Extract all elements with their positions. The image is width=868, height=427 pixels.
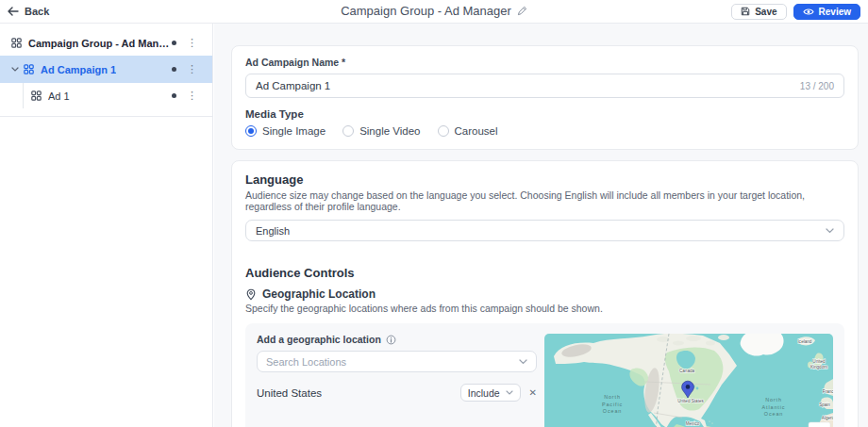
save-icon — [741, 7, 750, 16]
svg-text:Ocean: Ocean — [764, 411, 783, 417]
status-dot — [172, 93, 176, 98]
tree-item-ad[interactable]: Ad 1 ⋮ — [0, 83, 212, 108]
back-button[interactable]: Back — [8, 6, 49, 17]
svg-text:Kingdom: Kingdom — [810, 365, 827, 370]
tree-item-ad-campaign[interactable]: Ad Campaign 1 ⋮ — [0, 56, 212, 83]
kebab-menu-icon[interactable]: ⋮ — [185, 90, 199, 101]
geographic-location-description: Specify the geographic locations where a… — [245, 303, 844, 314]
radio-single-image[interactable]: Single Image — [245, 125, 326, 137]
language-heading: Language — [245, 172, 844, 187]
map-label-spain: Spain — [819, 402, 830, 407]
map-canvas: North Pacific Ocean North Atlantic Ocean… — [544, 334, 833, 427]
geographic-location-heading: Geographic Location — [262, 287, 376, 301]
map-label-algeria: Algeria — [822, 416, 833, 420]
grid-icon — [31, 90, 42, 101]
sidebar-divider — [0, 116, 212, 117]
tree-item-label: Ad 1 — [48, 90, 70, 102]
language-description: Audience size may change based on the la… — [245, 189, 844, 212]
radio-icon[interactable] — [245, 125, 257, 137]
map-pin-icon — [245, 288, 257, 301]
chevron-down-icon — [826, 228, 834, 234]
add-location-label: Add a geographic location — [257, 334, 381, 345]
media-type-radio-group: Single Image Single Video Carousel — [245, 125, 844, 137]
main-content: Ad Campaign Name * 13 / 200 Media Type S… — [214, 24, 868, 427]
map-zoom-control: + − — [809, 422, 830, 427]
campaign-name-card: Ad Campaign Name * 13 / 200 Media Type S… — [231, 45, 859, 150]
location-search-input[interactable] — [266, 356, 519, 368]
status-dot — [172, 67, 176, 72]
language-selected-value: English — [256, 225, 290, 237]
campaign-name-input[interactable] — [256, 80, 793, 91]
chevron-down-icon — [519, 359, 527, 365]
map-label-canada: Canada — [679, 369, 695, 373]
map-label-united-kingdom: United — [812, 359, 826, 364]
language-select[interactable]: English — [245, 220, 844, 241]
location-name: United States — [257, 387, 322, 399]
char-counter: 13 / 200 — [800, 81, 834, 91]
kebab-menu-icon[interactable]: ⋮ — [185, 64, 199, 74]
radio-carousel[interactable]: Carousel — [438, 125, 498, 137]
save-button[interactable]: Save — [731, 4, 786, 20]
radio-label: Single Image — [262, 125, 326, 137]
map-label-mexico: Mexico — [686, 421, 700, 426]
edit-title-icon[interactable] — [517, 6, 527, 16]
tree-item-campaign-group[interactable]: Campaign Group - Ad Manager ⋮ — [0, 30, 212, 56]
location-row-united-states: United States Include ✕ — [257, 384, 537, 402]
campaign-name-label: Ad Campaign Name * — [245, 57, 844, 68]
tree-item-label: Campaign Group - Ad Manager — [28, 38, 172, 49]
radio-icon[interactable] — [342, 125, 354, 137]
page-title: Campaign Group - Ad Manager — [341, 4, 511, 18]
geographic-location-panel: Add a geographic location United States — [245, 323, 844, 427]
audience-controls-heading: Audience Controls — [245, 266, 844, 280]
tree-item-label: Ad Campaign 1 — [41, 64, 116, 75]
svg-text:Pacific: Pacific — [602, 402, 623, 407]
review-button[interactable]: Review — [793, 4, 860, 20]
include-value: Include — [468, 387, 500, 399]
map-label-united-states: United States — [677, 399, 704, 403]
location-search-field[interactable] — [257, 351, 537, 372]
svg-text:Ocean: Ocean — [603, 408, 622, 414]
google-map[interactable]: North Pacific Ocean North Atlantic Ocean… — [544, 334, 833, 427]
radio-label: Single Video — [359, 125, 420, 137]
radio-icon[interactable] — [438, 125, 449, 137]
media-type-label: Media Type — [245, 108, 844, 120]
map-label-north-atlantic: North — [765, 397, 782, 402]
radio-single-video[interactable]: Single Video — [342, 125, 420, 137]
top-bar: Back Campaign Group - Ad Manager Save Re… — [0, 0, 868, 24]
map-label-iceland: Iceland — [798, 339, 812, 344]
include-exclude-select[interactable]: Include — [460, 384, 521, 402]
campaign-name-field[interactable]: 13 / 200 — [245, 74, 844, 98]
kebab-menu-icon[interactable]: ⋮ — [185, 38, 199, 48]
grid-icon — [11, 38, 22, 48]
grid-icon — [24, 64, 34, 74]
targeting-card: Language Audience size may change based … — [231, 160, 859, 427]
save-label: Save — [755, 7, 776, 17]
svg-text:Atlantic: Atlantic — [762, 404, 786, 410]
chevron-down-icon[interactable] — [11, 67, 19, 72]
campaign-tree-sidebar: Campaign Group - Ad Manager ⋮ Ad Campaig… — [0, 24, 213, 427]
remove-location-icon[interactable]: ✕ — [529, 387, 537, 398]
review-label: Review — [819, 7, 851, 17]
back-label: Back — [25, 6, 49, 17]
info-icon[interactable] — [386, 335, 396, 345]
status-dot — [172, 41, 176, 45]
arrow-left-icon — [8, 7, 19, 16]
chevron-down-icon — [506, 390, 513, 395]
map-label-north-pacific: North — [604, 394, 621, 400]
map-label-france: France — [823, 389, 833, 394]
radio-label: Carousel — [455, 125, 498, 137]
eye-icon — [803, 8, 814, 16]
